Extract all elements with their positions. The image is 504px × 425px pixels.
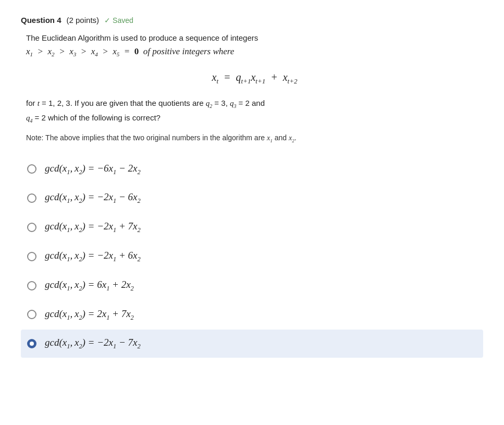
sequence-display: x1 > x2 > x3 > x4 > x5 = 0 of positive i… xyxy=(26,44,483,59)
radio-2[interactable] xyxy=(27,193,36,203)
option-7[interactable]: gcd(x1, x2) = −2x1 − 7x2 xyxy=(21,330,483,358)
question-body: The Euclidean Algorithm is used to produ… xyxy=(21,32,483,125)
note-text: Note: The above implies that the two ori… xyxy=(26,132,483,144)
radio-1[interactable] xyxy=(27,164,36,174)
option-3[interactable]: gcd(x1, x2) = −2x1 + 7x2 xyxy=(21,213,483,241)
option-2-label: gcd(x1, x2) = −2x1 − 6x2 xyxy=(45,191,141,205)
condition-text: for t = 1, 2, 3. If you are given that t… xyxy=(26,96,483,125)
formula-display: xt = qt+1xt+1 + xt+2 xyxy=(26,69,483,87)
option-6[interactable]: gcd(x1, x2) = 2x1 + 7x2 xyxy=(21,301,483,329)
radio-5[interactable] xyxy=(27,281,36,290)
option-2[interactable]: gcd(x1, x2) = −2x1 − 6x2 xyxy=(21,184,483,212)
radio-3[interactable] xyxy=(27,223,36,232)
option-1[interactable]: gcd(x1, x2) = −6x1 − 2x2 xyxy=(21,155,483,184)
radio-7[interactable] xyxy=(27,339,36,348)
option-4-label: gcd(x1, x2) = −2x1 + 6x2 xyxy=(45,250,141,263)
option-7-label: gcd(x1, x2) = −2x1 − 7x2 xyxy=(45,337,141,350)
question-header: Question 4 (2 points) Saved xyxy=(21,16,483,25)
options-list: gcd(x1, x2) = −6x1 − 2x2 gcd(x1, x2) = −… xyxy=(21,155,483,358)
radio-4[interactable] xyxy=(27,252,36,261)
radio-6[interactable] xyxy=(27,310,36,319)
saved-label: Saved xyxy=(104,16,133,25)
option-1-label: gcd(x1, x2) = −6x1 − 2x2 xyxy=(45,163,141,176)
description-line1: The Euclidean Algorithm is used to produ… xyxy=(26,32,483,44)
option-4[interactable]: gcd(x1, x2) = −2x1 + 6x2 xyxy=(21,242,483,271)
option-5-label: gcd(x1, x2) = 6x1 + 2x2 xyxy=(45,279,134,293)
option-3-label: gcd(x1, x2) = −2x1 + 7x2 xyxy=(45,221,141,234)
question-number: Question 4 xyxy=(21,16,62,25)
question-points: (2 points) xyxy=(67,16,100,25)
option-5[interactable]: gcd(x1, x2) = 6x1 + 2x2 xyxy=(21,272,483,300)
option-6-label: gcd(x1, x2) = 2x1 + 7x2 xyxy=(45,308,134,322)
